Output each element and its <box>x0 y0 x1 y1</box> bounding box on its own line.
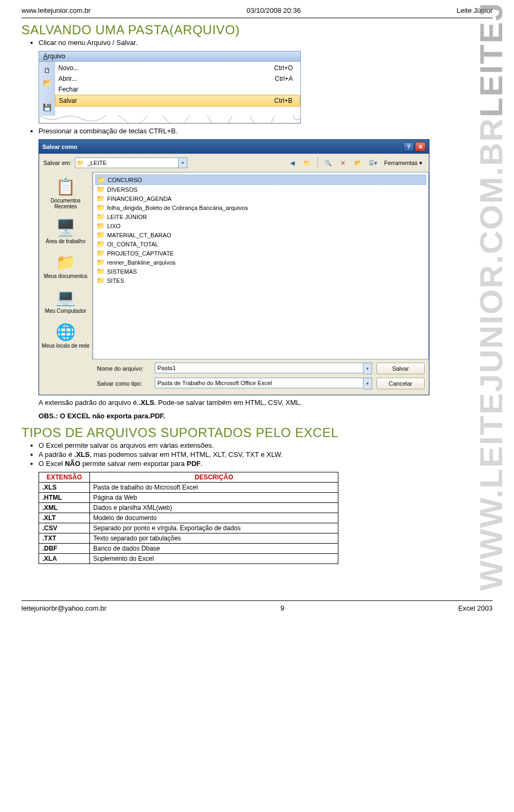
footer-center: 9 <box>281 604 284 612</box>
table-row: .TXTTexto separado por tabulações <box>39 533 338 544</box>
file-list[interactable]: 📁CONCURSO 📁DIVERSOS 📁FINANCEIRO_AGENDA 📁… <box>93 172 429 359</box>
up-folder-button[interactable]: 📁 <box>301 157 313 169</box>
menu-label: Fechar <box>58 86 78 93</box>
torn-edge <box>39 116 300 123</box>
menu-tab-rest: rquivo <box>48 52 65 60</box>
views-button[interactable]: ☰▾ <box>367 157 379 169</box>
folder-item[interactable]: 📁LIXO <box>95 221 426 230</box>
place-desktop[interactable]: 🖥️ Área de trabalho <box>40 214 91 249</box>
folder-item[interactable]: 📁SITES <box>95 276 426 285</box>
menu-item-close[interactable]: Fechar <box>55 84 300 95</box>
chevron-down-icon[interactable]: ▾ <box>178 158 187 168</box>
blank-icon <box>41 89 53 101</box>
folder-item[interactable]: 📁PROJETOS_CAPTIVATE <box>95 249 426 258</box>
folder-item[interactable]: 📁OI_CONTA_TOTAL <box>95 239 426 249</box>
folder-item[interactable]: 📁FINANCEIRO_AGENDA <box>95 194 426 203</box>
table-row: .XLTModelo de documento <box>39 513 338 523</box>
savein-label: Salvar em: <box>43 160 72 166</box>
filename-combo[interactable]: ▾ <box>155 363 372 374</box>
tools-dropdown[interactable]: Ferramentas ▾ <box>382 160 425 167</box>
table-row: .XLSPasta de trabalho do Microsoft Excel <box>39 483 338 493</box>
help-button[interactable]: ? <box>403 142 414 152</box>
table-header-desc: DESCRIÇÃO <box>90 472 338 483</box>
table-row: .XLASuplemento do Excel <box>39 554 338 564</box>
new-folder-button[interactable]: 📂 <box>352 157 364 169</box>
place-recent[interactable]: 📋 Documentos Recentes <box>40 173 91 214</box>
footer-left: leitejuniorbr@yahoo.com.br <box>21 604 107 612</box>
menu-tab-underline: A <box>43 52 48 60</box>
close-button[interactable]: ✕ <box>415 142 426 152</box>
file-menu-screenshot: Arquivo 🗋 📂 💾 Novo... Ctrl+O Abrir... <box>39 51 301 124</box>
filename-input[interactable] <box>155 363 364 373</box>
mydocs-icon: 📁 <box>55 252 77 272</box>
table-row: .DBFBanco de dados Dbase <box>39 544 338 554</box>
desktop-icon: 🖥️ <box>55 217 77 237</box>
header-rule <box>21 18 493 18</box>
place-mycomputer[interactable]: 💻 Meu Computador <box>40 283 91 318</box>
menu-item-save[interactable]: Salvar Ctrl+B <box>55 95 300 107</box>
dialog-title: Salvar como <box>42 144 77 150</box>
folder-item[interactable]: 📁folha_dirigida_Boleto de Cobrança Bancá… <box>95 203 426 212</box>
save-button[interactable]: Salvar <box>376 363 425 374</box>
place-mydocs[interactable]: 📁 Meus documentos <box>40 249 91 283</box>
chevron-down-icon[interactable]: ▾ <box>364 363 372 374</box>
filetype-input[interactable] <box>155 378 364 388</box>
places-bar: 📋 Documentos Recentes 🖥️ Área de trabalh… <box>39 172 93 359</box>
bullet-text: Clicar no menu Arquivo / Salvar. <box>39 39 493 47</box>
folder-icon: 📁 <box>96 194 105 202</box>
folder-item[interactable]: 📁CONCURSO <box>95 175 426 185</box>
bullet-text: A padrão é .XLS, mas podemos salvar em H… <box>39 450 493 458</box>
page-header: www.leitejunior.com.br 03/10/2008 20:36 … <box>21 6 493 17</box>
filetype-combo[interactable]: ▾ <box>155 378 372 389</box>
savein-combo[interactable]: 📁 ▾ <box>75 157 187 168</box>
folder-item[interactable]: 📁DIVERSOS <box>95 185 426 194</box>
table-header-ext: EXTENSÃO <box>39 472 90 483</box>
folder-icon: 📁 <box>96 204 105 212</box>
delete-button[interactable]: ✕ <box>337 157 349 169</box>
folder-icon: 📁 <box>96 222 105 230</box>
folder-icon: 📁 <box>75 160 85 167</box>
header-center: 03/10/2008 20:36 <box>246 6 300 14</box>
folder-icon: 📁 <box>97 176 105 184</box>
bullet-text: O Excel permite salvar os arquivos em vá… <box>39 441 493 449</box>
extensions-table: EXTENSÃO DESCRIÇÃO .XLSPasta de trabalho… <box>39 472 338 564</box>
folder-item[interactable]: 📁MATERIAL_CT_BARAO <box>95 230 426 239</box>
folder-icon: 📁 <box>96 213 105 221</box>
bullet-text: O Excel NÃO permite salvar nem exportar … <box>39 460 493 468</box>
chevron-down-icon[interactable]: ▾ <box>364 378 372 389</box>
extension-text: A extensão padrão do arquivo é..XLS. Pod… <box>39 399 493 407</box>
folder-item[interactable]: 📁renner_Bankline_arquivos <box>95 258 426 267</box>
table-row: .HTMLPágina da Web <box>39 493 338 503</box>
savein-input[interactable] <box>85 158 178 168</box>
back-button[interactable]: ◀ <box>286 157 298 169</box>
folder-icon: 📁 <box>96 249 105 257</box>
folder-icon: 📁 <box>96 240 105 248</box>
dialog-fields: Nome do arquivo: ▾ Salvar Salvar como ti… <box>39 359 429 395</box>
folder-icon: 📁 <box>96 231 105 239</box>
menu-label: Abrir... <box>58 75 77 82</box>
footer-right: Excel 2003 <box>458 604 493 612</box>
new-file-icon: 🗋 <box>41 64 53 76</box>
header-right: Leite Júnior <box>457 6 493 14</box>
place-network[interactable]: 🌐 Meus locais de rede <box>40 318 91 353</box>
dialog-titlebar: Salvar como ? ✕ <box>39 140 429 154</box>
menu-item-new[interactable]: Novo... Ctrl+O <box>55 63 300 73</box>
folder-item[interactable]: 📁SISTEMAS <box>95 267 426 276</box>
dialog-toolbar: Salvar em: 📁 ▾ ◀ 📁 🔍 ✕ 📂 ☰▾ Ferramentas … <box>39 154 429 172</box>
menu-label: Salvar <box>59 97 77 104</box>
menu-shortcut: Ctrl+A <box>275 75 293 82</box>
table-row: .CSVSeparado por ponto e vírgula. Export… <box>39 523 338 533</box>
cancel-button[interactable]: Cancelar <box>376 378 425 389</box>
computer-icon: 💻 <box>55 287 77 307</box>
filename-label: Nome do arquivo: <box>97 365 150 372</box>
section1-title: SALVANDO UMA PASTA(ARQUIVO) <box>21 22 493 37</box>
folder-icon: 📁 <box>96 185 105 193</box>
menu-shortcut: Ctrl+B <box>274 97 292 104</box>
filetype-label: Salvar como tipo: <box>97 380 150 387</box>
menu-tab: Arquivo <box>39 51 300 62</box>
search-button[interactable]: 🔍 <box>322 157 334 169</box>
folder-item[interactable]: 📁LEITE JÚNIOR <box>95 212 426 221</box>
footer-rule <box>21 600 493 601</box>
menu-item-open[interactable]: Abrir... Ctrl+A <box>55 73 300 84</box>
menu-shortcut: Ctrl+O <box>274 64 293 72</box>
